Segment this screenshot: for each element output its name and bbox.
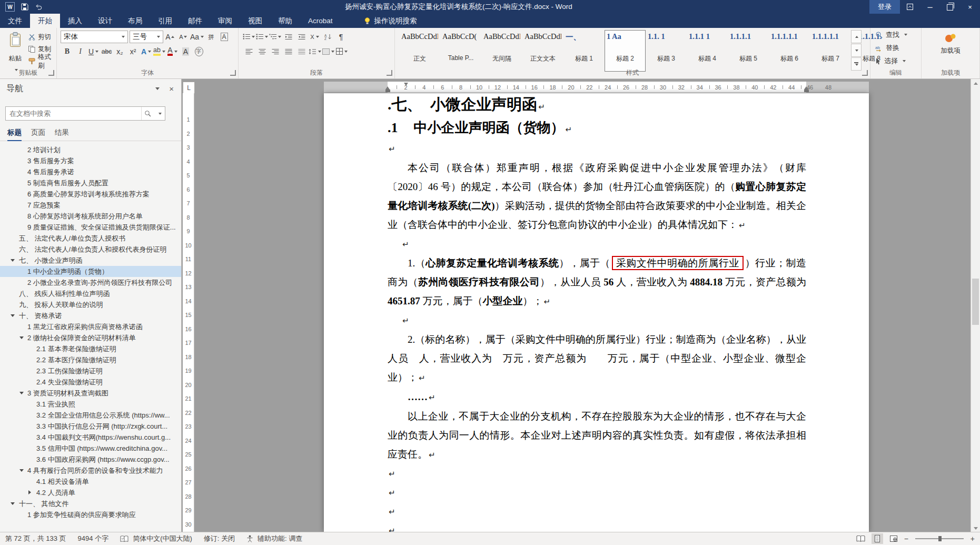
left-indent-marker[interactable] bbox=[385, 90, 390, 92]
style-item[interactable]: 1.1.1.1.1 标题 7 bbox=[810, 30, 851, 72]
vertical-ruler[interactable]: 1234567891011121314151617181920212223242… bbox=[183, 93, 194, 532]
paragraph-dialog-launcher-icon[interactable] bbox=[387, 70, 392, 76]
navigation-tab[interactable]: 标题 bbox=[7, 126, 22, 141]
nav-tree-item[interactable]: 2 缴纳社会保障资金的证明材料清单 bbox=[0, 332, 181, 343]
expand-triangle-icon[interactable] bbox=[19, 469, 24, 472]
ribbon-tab[interactable]: 审阅 bbox=[210, 14, 240, 28]
style-item[interactable]: 1.1.1 1 标题 4 bbox=[687, 30, 728, 72]
style-item[interactable]: AaBbCcDdl 正文文本 bbox=[522, 30, 563, 72]
phonetic-guide-button[interactable]: 拼 bbox=[205, 31, 217, 43]
multilevel-list-icon[interactable] bbox=[269, 31, 281, 43]
highlight-color-button[interactable]: ab bbox=[153, 45, 165, 57]
character-shading-button[interactable]: A bbox=[180, 45, 192, 57]
style-item[interactable]: AaBbCcDdI 无间隔 bbox=[481, 30, 522, 72]
style-item[interactable]: 1.1. 1 标题 3 bbox=[646, 30, 687, 72]
nav-tree-item[interactable]: 十、 资格承诺 bbox=[0, 310, 181, 321]
scroll-down-icon[interactable] bbox=[971, 524, 980, 532]
scrollbar-thumb[interactable] bbox=[972, 279, 979, 325]
superscript-button[interactable]: x² bbox=[127, 45, 139, 57]
style-gallery-up-icon[interactable] bbox=[851, 30, 862, 43]
first-line-indent-marker[interactable] bbox=[404, 83, 408, 86]
nav-tree-item[interactable]: 1 黑龙江省政府采购供应商资格承诺函 bbox=[0, 321, 181, 332]
document-search-box[interactable] bbox=[5, 106, 165, 121]
language-indicator[interactable]: 简体中文(中国大陆) bbox=[133, 534, 192, 543]
nav-tree-item[interactable]: 7 应急预案 bbox=[0, 200, 181, 211]
nav-tree-item[interactable]: 3.3 中国执行信息公开网 (http://zxgk.court... bbox=[0, 421, 181, 432]
font-name-select[interactable]: 宋体 bbox=[61, 31, 128, 43]
nav-tree-item[interactable]: 3 售后服务方案 bbox=[0, 155, 181, 166]
style-item[interactable]: AaBbCcD( Table P... bbox=[440, 30, 481, 72]
nav-tree-item[interactable]: 五、 法定代表人/单位负责人授权书 bbox=[0, 233, 181, 244]
read-mode-icon[interactable] bbox=[855, 533, 867, 544]
show-marks-button[interactable]: ¶ bbox=[335, 31, 347, 43]
find-button[interactable]: 查找 bbox=[875, 28, 921, 41]
style-item[interactable]: 1.1.1.1 标题 5 bbox=[728, 30, 769, 72]
nav-tree-item[interactable]: 3.5 信用中国 (https://www.creditchina.gov... bbox=[0, 443, 181, 454]
nav-tree-item[interactable]: 4.1 相关设备清单 bbox=[0, 476, 181, 487]
zoom-slider[interactable] bbox=[915, 538, 964, 539]
asian-layout-icon[interactable]: X bbox=[309, 31, 321, 43]
nav-tree-item[interactable]: 2 培训计划 bbox=[0, 144, 181, 155]
strikethrough-button[interactable]: abc bbox=[101, 45, 113, 57]
underline-button[interactable]: U bbox=[87, 45, 100, 57]
ribbon-tab[interactable]: 布局 bbox=[120, 14, 150, 28]
shrink-font-button[interactable]: A bbox=[177, 31, 189, 43]
nav-tree-item[interactable]: 4 具有履行合同所必需的设备和专业技术能力 bbox=[0, 465, 181, 476]
ribbon-display-options-icon[interactable] bbox=[900, 0, 920, 14]
chevron-down-icon[interactable] bbox=[155, 87, 160, 90]
line-spacing-icon[interactable] bbox=[309, 45, 321, 57]
enclose-characters-button[interactable]: 字 bbox=[193, 45, 205, 57]
expand-triangle-icon[interactable] bbox=[28, 490, 31, 494]
style-gallery-down-icon[interactable] bbox=[851, 44, 862, 57]
spellcheck-icon[interactable] bbox=[120, 536, 128, 542]
justify-icon[interactable] bbox=[282, 45, 294, 57]
navigation-close-icon[interactable]: × bbox=[167, 84, 176, 93]
format-painter-button[interactable]: 格式刷 bbox=[28, 56, 56, 67]
restore-icon[interactable] bbox=[940, 0, 960, 14]
ribbon-tab[interactable]: 引用 bbox=[150, 14, 180, 28]
horizontal-ruler[interactable]: 2468101214161820222426283032343638404244… bbox=[181, 82, 971, 93]
nav-tree-item[interactable]: 2 小微企业名录查询-苏州尚领医疗科技有限公司 bbox=[0, 277, 181, 288]
character-border-button[interactable]: A bbox=[218, 31, 230, 43]
scroll-up-icon[interactable] bbox=[971, 79, 980, 87]
borders-icon[interactable] bbox=[335, 45, 348, 57]
ribbon-tab[interactable]: 帮助 bbox=[270, 14, 300, 28]
navigation-tab[interactable]: 页面 bbox=[31, 126, 45, 140]
nav-tree-item[interactable]: 3.4 中国裁判文书网(https://wenshu.court.g... bbox=[0, 432, 181, 443]
search-input[interactable] bbox=[6, 110, 141, 117]
vertical-scrollbar[interactable] bbox=[971, 79, 980, 532]
ribbon-tab[interactable]: 文件 bbox=[0, 14, 30, 28]
select-button[interactable]: 选择 bbox=[875, 55, 921, 67]
expand-triangle-icon[interactable] bbox=[19, 336, 24, 339]
expand-triangle-icon[interactable] bbox=[11, 314, 15, 317]
nav-tree-item[interactable]: 3 资质证明材料及查询截图 bbox=[0, 388, 181, 399]
minimize-icon[interactable]: ─ bbox=[920, 0, 940, 14]
nav-tree-item[interactable]: 2.3 工伤保险缴纳证明 bbox=[0, 365, 181, 376]
document-text[interactable]: .七、小微企业声明函↵ .1中小企业声明函（货物）↵ ↵ 本公司（联合体）郑重声… bbox=[388, 93, 806, 532]
font-dialog-launcher-icon[interactable] bbox=[230, 70, 236, 76]
shading-icon[interactable] bbox=[322, 45, 334, 57]
nav-tree-item[interactable]: 4.2 人员清单 bbox=[0, 487, 181, 498]
align-left-icon[interactable] bbox=[243, 45, 255, 57]
increase-indent-icon[interactable] bbox=[295, 31, 308, 43]
font-size-select[interactable]: 三号 bbox=[130, 31, 163, 43]
cut-button[interactable]: 剪切 bbox=[28, 32, 56, 43]
addins-button[interactable]: 加载项 bbox=[934, 32, 967, 55]
style-item[interactable]: AaBbCcDdI 正文 bbox=[399, 30, 440, 72]
nav-tree-item[interactable]: 八、 残疾人福利性单位声明函 bbox=[0, 288, 181, 299]
decrease-indent-icon[interactable] bbox=[282, 31, 294, 43]
ribbon-tab[interactable]: 邮件 bbox=[180, 14, 210, 28]
undo-icon[interactable] bbox=[35, 4, 43, 10]
print-layout-icon[interactable] bbox=[872, 533, 883, 544]
ribbon-tab[interactable]: Acrobat bbox=[300, 14, 341, 28]
save-icon[interactable] bbox=[21, 3, 28, 11]
bullet-list-icon[interactable] bbox=[243, 31, 255, 43]
distribute-icon[interactable] bbox=[295, 45, 308, 57]
sort-icon[interactable]: AZ bbox=[322, 31, 334, 43]
zoom-in-icon[interactable]: + bbox=[971, 534, 975, 543]
nav-tree-item[interactable]: 9 质量保证措施、安全保证措施及供货期限保证... bbox=[0, 222, 181, 233]
nav-tree-item[interactable]: 8 心肺复苏培训考核系统部分用户名单 bbox=[0, 211, 181, 222]
nav-tree-item[interactable]: 3.2 全国企业信用信息公示系统 (https://ww... bbox=[0, 410, 181, 421]
align-center-icon[interactable] bbox=[256, 45, 268, 57]
nav-tree-item[interactable]: 4 售后服务承诺 bbox=[0, 166, 181, 177]
